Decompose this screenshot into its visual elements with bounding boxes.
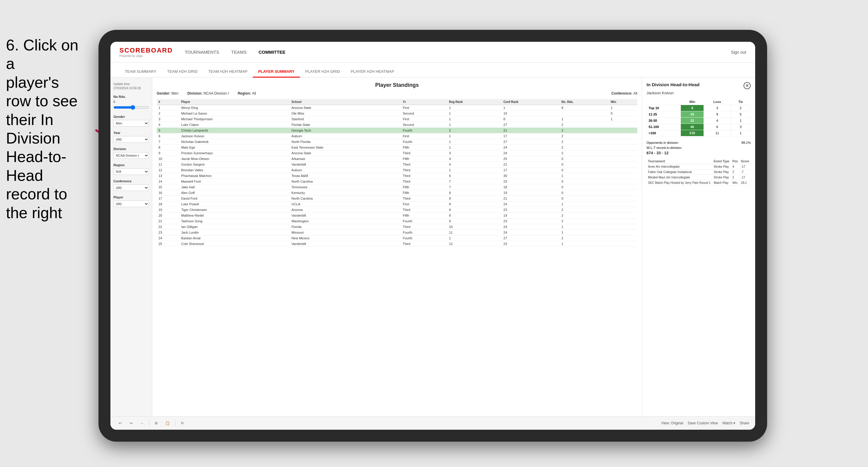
top-nav: SCOREBOARD Powered by clippi TOURNAMENTS… [111,42,755,63]
save-custom-button[interactable]: Save Custom View [688,421,718,425]
table-row[interactable]: 7 Nicholas Gabrelcik North Florida Fourt… [157,139,637,145]
table-row[interactable]: 22 Ian Gilligan Florida Third 10 24 1 [157,224,637,230]
table-row[interactable]: 17 David Ford North Carolina Third 8 21 … [157,196,637,201]
h2h-close-button[interactable]: ✕ [744,82,751,89]
table-row[interactable]: 24 Bastian Amat New Mexico Fourth 1 27 2 [157,236,637,241]
share-button[interactable]: Share [740,421,749,425]
col-yr: Yr [401,99,447,105]
conference-select[interactable]: (All) [114,184,149,191]
instruction-line2: player's row to see [6,74,78,110]
standings-area: Player Standings Gender: Men Division: N… [152,77,642,416]
player-select[interactable]: (All) [114,200,149,207]
nav-committee[interactable]: COMMITTEE [258,48,285,56]
year-select[interactable]: (All) [114,136,149,143]
table-row[interactable]: 5 Christo Lamprecht Georgia Tech Fourth … [157,128,637,133]
h2h-row: Top 10 8 3 2 [647,105,751,111]
refresh-button[interactable]: ↻ [179,420,186,427]
sub-nav-player-h2h-heatmap[interactable]: PLAYER H2H HEATMAP [345,66,399,77]
col-reg-rank: Reg Rank [447,99,501,105]
gender-filter: Gender Men [114,115,149,127]
logo-scoreboard: SCOREBOARD [119,46,173,54]
table-row[interactable]: 25 Cole Sherwood Vanderbilt Third 12 23 … [157,241,637,247]
h2h-rank-table: Win Loss Tie Top 10 8 3 2 11-25 20 9 5 2… [647,99,751,136]
sub-nav-team-summary[interactable]: TEAM SUMMARY [119,66,162,77]
tablet-screen: SCOREBOARD Powered by clippi TOURNAMENTS… [111,42,755,430]
table-row[interactable]: 6 Jackson Koivun Auburn First 1 17 2 [157,133,637,139]
table-row[interactable]: 23 Jack Lundin Missouri Fourth 11 24 1 [157,230,637,236]
standings-table: # Player School Yr Reg Rank Conf Rank No… [157,99,637,247]
forward-button[interactable]: → [138,420,146,427]
col-school: School [290,99,401,105]
h2h-row: 51-100 46 6 3 [647,124,751,130]
col-win: Win [609,99,637,105]
left-sidebar: Update time: 27/03/2024 16:56:26 No Rds.… [111,77,152,416]
rounds-slider[interactable] [114,105,149,110]
sub-nav-player-summary[interactable]: PLAYER SUMMARY [253,66,300,77]
tournament-row: Amer Am Intercollegiate Stroke Play 4 -1… [647,164,751,169]
sub-nav-team-h2h-heatmap[interactable]: TEAM H2H HEATMAP [203,66,253,77]
table-row[interactable]: 16 Alex Goff Kentucky Fifth 8 19 0 [157,190,637,196]
table-row[interactable]: 1 Wenyi Ding Arizona State First 1 1 8 1 [157,105,637,111]
tournament-row: SEC Match Play Hosted by Jerry Pate Roun… [647,180,751,186]
table-row[interactable]: 20 Matthew Riedel Vanderbilt Fifth 8 19 … [157,213,637,218]
view-original-label: View: Original [661,421,683,425]
tournament-row: Fallon Oak Collegiate Invitational Strok… [647,169,751,175]
instruction-line4: Head-to-Head [6,148,66,184]
share-label: Share [740,421,749,425]
table-row[interactable]: 19 Tiger Christensen Arizona Third 8 23 … [157,207,637,213]
instruction-line5: record to the right [6,185,67,221]
year-filter: Year (All) [114,131,149,143]
toolbar-divider-1 [149,420,150,426]
sub-nav-team-h2h-grid[interactable]: TEAM H2H GRID [162,66,203,77]
table-row[interactable]: 14 Maxwell Ford North Carolina Third 7 2… [157,179,637,184]
standings-title: Player Standings [157,82,637,88]
col-conf-rank: Conf Rank [502,99,560,105]
conference-filter: Conference (All) [114,179,149,191]
watch-button[interactable]: Watch ▾ [722,421,735,425]
logo-area: SCOREBOARD Powered by clippi [119,46,173,58]
bottom-toolbar: ↩ ↪ → ⧉ 📋 ↻ View: Original Save Custom V… [111,416,755,430]
h2h-row: >100 578 11 1 [647,130,751,136]
col-rds: No. Rds. [560,99,609,105]
table-row[interactable]: 2 Michael La Sasso Ole Miss Second 1 19 … [157,111,637,116]
table-row[interactable]: 12 Brendan Valles Auburn Third 1 17 0 [157,167,637,173]
wlt-label: W-L-T record in-division: [647,146,751,150]
table-row[interactable]: 10 Jacob Mow-Olesen Arkansas Fifth 4 25 … [157,156,637,162]
redo-button[interactable]: ↪ [127,420,135,427]
sub-nav-player-h2h-grid[interactable]: PLAYER H2H GRID [300,66,345,77]
standings-tbody: 1 Wenyi Ding Arizona State First 1 1 8 1… [157,105,637,247]
nav-items: TOURNAMENTS TEAMS COMMITTEE [185,48,731,56]
copy-button[interactable]: ⧉ [153,420,160,427]
table-row[interactable]: 9 Preston Summerhays Arizona State Third… [157,150,637,156]
gender-select[interactable]: Men [114,120,149,127]
t-col-pos: Pos [731,159,739,164]
paste-button[interactable]: 📋 [163,420,172,427]
nav-tournaments[interactable]: TOURNAMENTS [185,48,219,56]
table-row[interactable]: 15 Jake Hall Tennessee Fifth 7 18 0 [157,184,637,190]
opponents-value: 98.1% [741,141,751,145]
col-rank: # [157,99,179,105]
standings-thead: # Player School Yr Reg Rank Conf Rank No… [157,99,637,105]
wlt-value: 674 - 33 - 12 [647,151,751,155]
region-select[interactable]: N/A [114,168,149,175]
tournament-tbody: Amer Am Intercollegiate Stroke Play 4 -1… [647,164,751,186]
table-row[interactable]: 11 Gordon Sargent Vanderbilt Third 4 21 … [157,162,637,167]
logo-powered: Powered by clippi [119,54,173,58]
table-row[interactable]: 8 Mats Ege East Tennessee State Fifth 1 … [157,145,637,150]
toolbar-divider-2 [175,420,176,426]
table-row[interactable]: 21 Taehoon Song Washington Fourth 9 23 2 [157,218,637,224]
sign-out-button[interactable]: Sign out [731,50,746,55]
h2h-col-win: Win [681,99,704,105]
view-original-button[interactable]: View: Original [661,421,683,425]
undo-button[interactable]: ↩ [116,420,124,427]
update-time: Update time: 27/03/2024 16:56:26 [114,82,149,90]
table-row[interactable]: 18 Luke Powell UCLA First 8 24 1 [157,201,637,207]
division-filter: Division NCAA Division I [114,147,149,159]
nav-teams[interactable]: TEAMS [231,48,247,56]
table-row[interactable]: 13 Phachaisak Malchon Texas A&M Third 6 … [157,173,637,179]
division-select[interactable]: NCAA Division I [114,152,149,159]
table-row[interactable]: 3 Michael Thorbjornsen Stanford First 1 … [157,116,637,122]
table-row[interactable]: 4 Luke Claton Florida State Second 1 27 … [157,122,637,128]
main-content: Update time: 27/03/2024 16:56:26 No Rds.… [111,77,755,416]
instruction-line3: their In Division [6,111,60,147]
